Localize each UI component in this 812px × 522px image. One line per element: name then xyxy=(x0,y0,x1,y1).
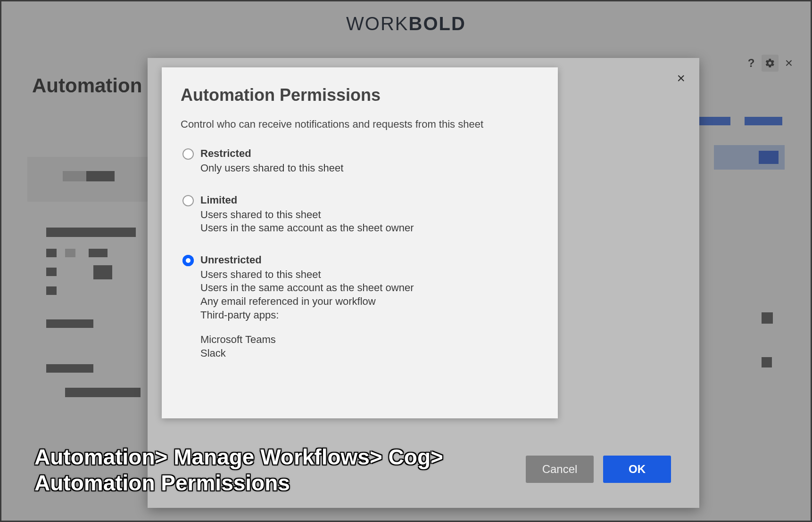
option-line: Users in the same account as the sheet o… xyxy=(200,281,414,295)
option-title: Restricted xyxy=(200,147,343,160)
option-limited[interactable]: Limited Users shared to this sheet Users… xyxy=(182,194,539,235)
dialog-subtitle: Control who can receive notifications an… xyxy=(181,118,539,130)
app-name: Slack xyxy=(200,347,414,360)
option-line: Only users shared to this sheet xyxy=(200,162,343,175)
option-unrestricted[interactable]: Unrestricted Users shared to this sheet … xyxy=(182,254,539,360)
option-body: Unrestricted Users shared to this sheet … xyxy=(200,254,414,360)
radio-limited[interactable] xyxy=(182,195,194,206)
option-line: Third-party apps: xyxy=(200,309,414,322)
app-name: Microsoft Teams xyxy=(200,333,414,347)
option-line: Users in the same account as the sheet o… xyxy=(200,221,414,235)
dialog-title: Automation Permissions xyxy=(181,85,539,105)
breadcrumb-caption: Automation> Manage Workflows> Cog> Autom… xyxy=(34,444,443,496)
permissions-dialog: Automation Permissions Control who can r… xyxy=(162,67,558,418)
option-line: Any email referenced in your workflow xyxy=(200,295,414,309)
radio-restricted[interactable] xyxy=(182,148,194,160)
option-title: Unrestricted xyxy=(200,254,414,266)
option-title: Limited xyxy=(200,194,414,206)
option-body: Limited Users shared to this sheet Users… xyxy=(200,194,414,235)
caption-line-1: Automation> Manage Workflows> Cog> xyxy=(34,444,443,470)
modal-close-icon[interactable]: × xyxy=(677,70,685,86)
option-restricted[interactable]: Restricted Only users shared to this she… xyxy=(182,147,539,175)
ok-button[interactable]: OK xyxy=(603,456,671,483)
option-body: Restricted Only users shared to this she… xyxy=(200,147,343,175)
option-line: Users shared to this sheet xyxy=(200,268,414,282)
caption-line-2: Automation Permissions xyxy=(34,470,443,496)
third-party-apps: Microsoft Teams Slack xyxy=(200,333,414,360)
options-group: Restricted Only users shared to this she… xyxy=(182,147,539,360)
cancel-button[interactable]: Cancel xyxy=(526,456,594,483)
radio-unrestricted[interactable] xyxy=(182,255,194,266)
option-line: Users shared to this sheet xyxy=(200,208,414,222)
